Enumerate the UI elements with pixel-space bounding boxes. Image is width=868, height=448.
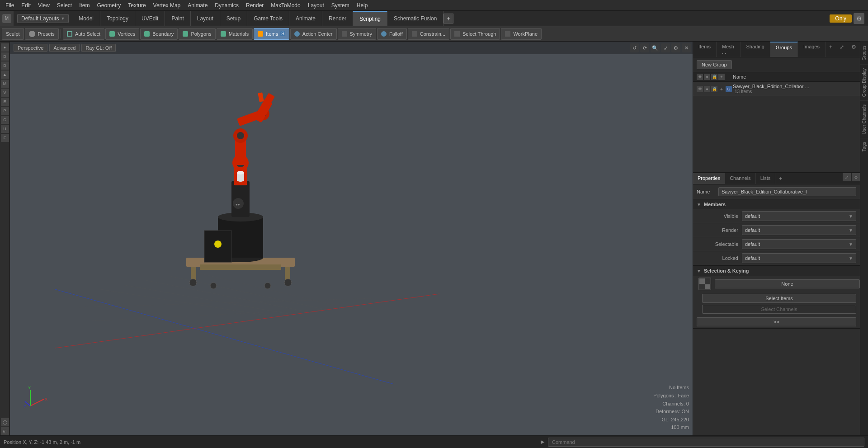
members-section-header[interactable]: ▼ Members <box>693 199 860 209</box>
props-tab-lists[interactable]: Lists <box>756 173 776 184</box>
group-item-visibility[interactable]: 👁 <box>697 86 703 92</box>
layout-tab-paint[interactable]: Paint <box>165 11 190 26</box>
group-item-add[interactable]: + <box>718 86 725 92</box>
viewport-icon-settings[interactable]: ⚙ <box>671 43 680 52</box>
tab-images[interactable]: Images <box>798 42 826 57</box>
polygons-button[interactable]: Polygons <box>179 28 215 40</box>
sidebar-btn-3[interactable]: D <box>1 61 9 70</box>
menu-system[interactable]: System <box>328 1 353 9</box>
menu-render[interactable]: Render <box>242 1 267 9</box>
scene-area[interactable]: ●● X Y Z No Items Polygons : Face Channe… <box>10 54 693 435</box>
props-settings-button[interactable]: ⚙ <box>852 173 860 181</box>
perspective-button[interactable]: Perspective <box>14 44 47 52</box>
menu-layout[interactable]: Layout <box>304 1 328 9</box>
settings-gear-button[interactable]: ⚙ <box>854 13 864 24</box>
layout-tab-game-tools[interactable]: Game Tools <box>247 11 289 26</box>
layout-tab-uvedit[interactable]: UVEdit <box>135 11 165 26</box>
layout-tab-setup[interactable]: Setup <box>220 11 247 26</box>
layout-tab-scripting[interactable]: Scripting <box>353 11 387 26</box>
viewport-icon-cycle[interactable]: ⟳ <box>640 43 649 52</box>
tab-groups[interactable]: Groups <box>770 42 798 57</box>
menu-texture[interactable]: Texture <box>124 1 149 9</box>
falloff-button[interactable]: Falloff <box>377 28 407 40</box>
right-label-user-channels[interactable]: User Channels <box>860 100 868 138</box>
viewport-icon-refresh[interactable]: ↺ <box>630 43 639 52</box>
sidebar-btn-8[interactable]: P <box>1 107 9 115</box>
sk-go-button[interactable]: >> <box>697 317 856 326</box>
groups-settings-button[interactable]: ⚙ <box>848 42 860 57</box>
sidebar-btn-4[interactable]: ▲ <box>1 71 9 79</box>
viewport-icon-search[interactable]: 🔍 <box>651 43 660 52</box>
menu-help[interactable]: Help <box>353 1 372 9</box>
right-label-tags[interactable]: Tags <box>860 138 868 155</box>
layout-tab-render[interactable]: Render <box>322 11 353 26</box>
viewport-icon-fit[interactable]: ⤢ <box>661 43 670 52</box>
sidebar-btn-2[interactable]: D <box>1 52 9 61</box>
menu-select[interactable]: Select <box>53 1 75 9</box>
render-dropdown[interactable]: default ▼ <box>742 225 856 235</box>
sidebar-btn-10[interactable]: U <box>1 125 9 133</box>
props-tab-channels[interactable]: Channels <box>725 173 755 184</box>
select-items-button[interactable]: Select Items <box>702 294 856 303</box>
layout-tab-model[interactable]: Model <box>72 11 100 26</box>
menu-geometry[interactable]: Geometry <box>94 1 125 9</box>
sidebar-btn-1[interactable]: ● <box>1 43 9 52</box>
menu-view[interactable]: View <box>34 1 53 9</box>
menu-vertex-map[interactable]: Vertex Map <box>150 1 184 9</box>
right-label-groups[interactable]: Groups <box>860 42 868 64</box>
sidebar-btn-6[interactable]: V <box>1 89 9 97</box>
group-item-render[interactable]: ● <box>704 86 710 92</box>
presets-button[interactable]: Presets <box>25 28 59 40</box>
advanced-button[interactable]: Advanced <box>49 44 80 52</box>
vertices-button[interactable]: Vertices <box>105 28 139 40</box>
action-center-button[interactable]: Action Center <box>290 28 337 40</box>
command-input[interactable] <box>548 438 864 447</box>
symmetry-button[interactable]: Symmetry <box>338 28 377 40</box>
tab-items[interactable]: Items <box>693 42 717 57</box>
props-expand-button[interactable]: ⤢ <box>843 173 851 181</box>
tab-mesh[interactable]: Mesh ... <box>717 42 741 57</box>
sculpt-button[interactable]: Sculpt <box>2 28 24 40</box>
group-item-sawyer[interactable]: 👁 ● 🔒 + G Sawyer_Black_Edition_Collabor … <box>693 82 860 96</box>
menu-dynamics[interactable]: Dynamics <box>211 1 242 9</box>
sk-grid-icon[interactable] <box>698 278 711 290</box>
props-tab-properties[interactable]: Properties <box>693 173 725 184</box>
tab-shading[interactable]: Shading <box>741 42 770 57</box>
new-group-button[interactable]: New Group <box>697 60 732 69</box>
viewport[interactable]: Perspective Advanced Ray GL: Off ↺ ⟳ 🔍 ⤢… <box>10 42 693 435</box>
selection-keying-header[interactable]: ▼ Selection & Keying <box>693 266 860 276</box>
workplane-button[interactable]: WorkPlane <box>501 28 542 40</box>
sidebar-btn-9[interactable]: C <box>1 116 9 124</box>
auto-select-button[interactable]: Auto Select <box>63 28 104 40</box>
groups-tab-add-button[interactable]: + <box>826 42 836 57</box>
menu-item[interactable]: Item <box>75 1 93 9</box>
props-tab-add[interactable]: + <box>775 173 786 184</box>
right-label-group-display[interactable]: Group Display <box>860 64 868 100</box>
sk-none-label[interactable]: None <box>715 279 860 288</box>
items-button[interactable]: Items S <box>254 28 289 40</box>
layout-add-tab-button[interactable]: + <box>443 14 453 24</box>
select-channels-button[interactable]: Select Channels <box>702 305 856 314</box>
boundary-button[interactable]: Boundary <box>140 28 178 40</box>
layout-preset-selector[interactable]: Default Layouts ▼ <box>17 14 69 23</box>
layout-tab-topology[interactable]: Topology <box>100 11 135 26</box>
menu-animate[interactable]: Animate <box>184 1 211 9</box>
select-through-button[interactable]: Select Through <box>450 28 500 40</box>
layout-tab-layout[interactable]: Layout <box>191 11 220 26</box>
viewport-icon-close[interactable]: ✕ <box>682 43 691 52</box>
layout-tab-schematic-fusion[interactable]: Schematic Fusion <box>387 11 443 26</box>
menu-edit[interactable]: Edit <box>18 1 34 9</box>
constrain-button[interactable]: Constrain... <box>408 28 449 40</box>
sidebar-btn-5[interactable]: M <box>1 80 9 88</box>
star-button[interactable]: Only <box>830 14 852 23</box>
materials-button[interactable]: Materials <box>217 28 253 40</box>
menu-file[interactable]: File <box>2 1 18 9</box>
menu-maxtomodo[interactable]: MaxToModo <box>267 1 304 9</box>
locked-dropdown[interactable]: default ▼ <box>742 253 856 263</box>
sidebar-btn-11[interactable]: F <box>1 134 9 142</box>
sidebar-bottom-btn-1[interactable]: ◯ <box>1 418 9 426</box>
groups-expand-button[interactable]: ⤢ <box>836 42 848 57</box>
group-item-lock[interactable]: 🔒 <box>711 86 717 92</box>
layout-tab-animate[interactable]: Animate <box>289 11 322 26</box>
props-name-input[interactable] <box>718 187 856 196</box>
